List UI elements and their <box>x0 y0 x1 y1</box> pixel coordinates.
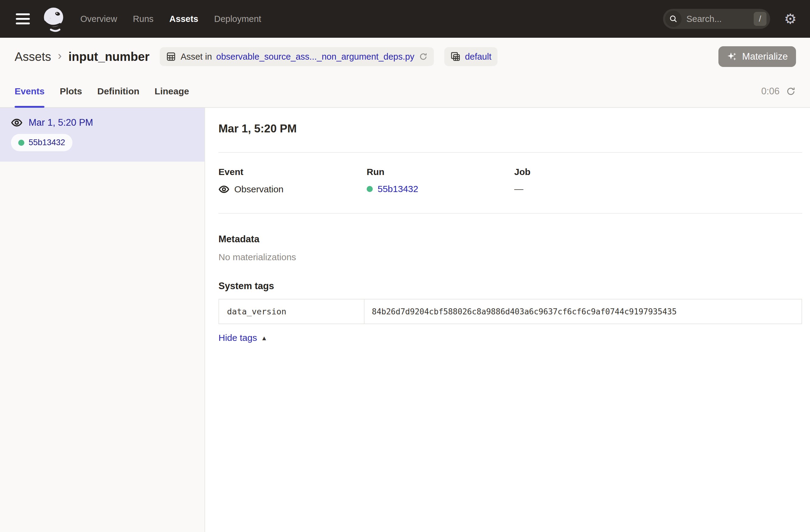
asset-grid-icon <box>166 51 176 62</box>
tab-plots[interactable]: Plots <box>60 76 82 107</box>
metadata-heading: Metadata <box>218 234 802 245</box>
refresh-icon[interactable] <box>785 86 796 96</box>
divider <box>218 152 802 153</box>
settings-gear-icon[interactable]: ⚙ <box>784 12 797 26</box>
global-search[interactable]: / <box>663 9 770 29</box>
divider <box>218 213 802 214</box>
job-empty-value: — <box>514 184 523 194</box>
search-icon <box>665 11 682 27</box>
breadcrumb-separator-icon: › <box>58 49 62 64</box>
menu-icon[interactable] <box>14 12 32 26</box>
event-column-header: Event <box>218 167 367 177</box>
asset-tabs: Events Plots Definition Lineage 0:06 <box>0 76 810 108</box>
system-tags-heading: System tags <box>218 280 802 292</box>
tab-events[interactable]: Events <box>15 76 45 107</box>
sparkle-icon <box>727 51 738 62</box>
asset-definition-file-link[interactable]: observable_source_ass..._non_argument_de… <box>216 52 415 62</box>
events-page: Mar 1, 5:20 PM 55b13432 Mar 1, 5:20 PM E… <box>0 108 810 532</box>
search-input[interactable] <box>682 14 754 24</box>
run-status-dot <box>367 186 373 192</box>
event-list-item-selected[interactable]: Mar 1, 5:20 PM 55b13432 <box>0 108 205 162</box>
run-status-dot <box>18 140 25 146</box>
tag-key-cell: data_version <box>219 300 364 323</box>
materialize-label: Materialize <box>742 51 788 62</box>
breadcrumb: Assets › input_number Asset in observabl… <box>0 38 810 76</box>
primary-nav: Overview Runs Assets Deployment <box>80 14 261 24</box>
nav-item-overview[interactable]: Overview <box>80 14 117 24</box>
job-column-header: Job <box>514 167 802 177</box>
observation-eye-icon <box>218 184 229 195</box>
observation-eye-icon <box>11 117 22 128</box>
asset-location-chip[interactable]: Asset in observable_source_ass..._non_ar… <box>160 47 434 66</box>
asset-location-prefix: Asset in <box>180 52 212 62</box>
run-id-badge[interactable]: 55b13432 <box>11 134 72 151</box>
nav-item-deployment[interactable]: Deployment <box>214 14 261 24</box>
reload-definitions-icon[interactable] <box>419 52 428 61</box>
breadcrumb-assets-link[interactable]: Assets <box>15 50 51 64</box>
tab-lineage[interactable]: Lineage <box>155 76 189 107</box>
run-id-label: 55b13432 <box>29 138 65 147</box>
asset-name: input_number <box>68 50 150 64</box>
run-column-header: Run <box>367 167 514 177</box>
caret-up-icon: ▲ <box>261 334 268 342</box>
asset-header: Assets › input_number Asset in observabl… <box>0 38 810 108</box>
top-navigation-bar: Overview Runs Assets Deployment / ⚙ <box>0 0 810 38</box>
tag-value-cell: 84b26d7d9204cbf588026c8a9886d403a6c9637c… <box>364 300 801 323</box>
event-list-sidebar: Mar 1, 5:20 PM 55b13432 <box>0 108 205 532</box>
run-id-link[interactable]: 55b13432 <box>378 184 418 194</box>
search-shortcut-key: / <box>754 12 766 26</box>
auto-refresh: 0:06 <box>761 76 796 107</box>
nav-item-runs[interactable]: Runs <box>133 14 154 24</box>
materialize-button[interactable]: Materialize <box>718 46 796 67</box>
asset-group-chip[interactable]: default <box>444 47 498 66</box>
system-tags-table: data_version 84b26d7d9204cbf588026c8a988… <box>218 299 802 324</box>
hide-tags-label: Hide tags <box>218 333 257 343</box>
event-detail-panel: Mar 1, 5:20 PM Event Observation Run <box>205 108 810 532</box>
nav-item-assets[interactable]: Assets <box>169 14 198 24</box>
event-timestamp: Mar 1, 5:20 PM <box>29 117 93 128</box>
asset-group-icon <box>450 51 461 62</box>
hide-tags-link[interactable]: Hide tags ▲ <box>218 333 268 343</box>
tab-definition[interactable]: Definition <box>97 76 139 107</box>
asset-group-link[interactable]: default <box>465 52 491 62</box>
event-detail-title: Mar 1, 5:20 PM <box>218 122 802 135</box>
refresh-countdown: 0:06 <box>761 86 780 97</box>
event-summary-columns: Event Observation Run 55b13432 <box>218 167 802 195</box>
metadata-empty-text: No materializations <box>218 252 802 262</box>
event-type-value: Observation <box>234 184 284 194</box>
dagster-logo-icon[interactable] <box>40 5 67 32</box>
